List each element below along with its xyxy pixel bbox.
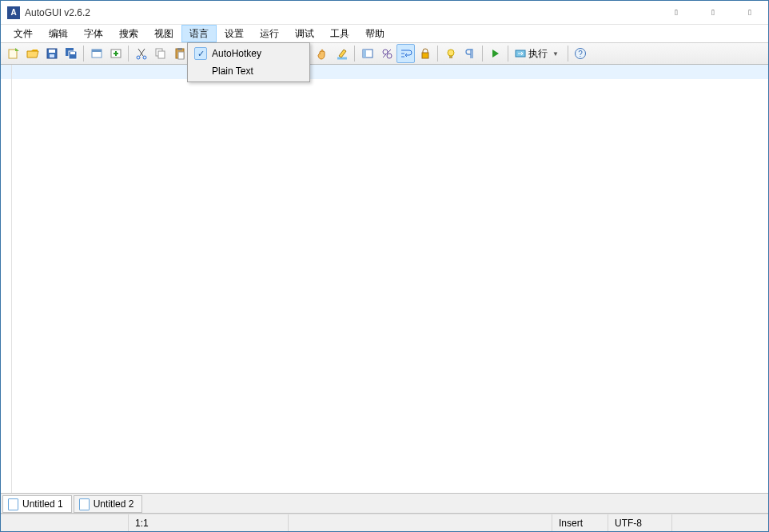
language-item-autohotkey[interactable]: AutoHotkey (189, 45, 308, 62)
status-cell-blank (1, 514, 129, 531)
panel-left-button[interactable] (358, 44, 377, 63)
minimize-button[interactable]:  (658, 1, 695, 25)
lock-button[interactable] (416, 44, 434, 63)
window-button[interactable] (87, 44, 106, 63)
svg-rect-18 (363, 50, 366, 58)
svg-text:?: ? (579, 50, 584, 58)
cut-button[interactable] (132, 44, 150, 63)
status-bar: 1:1 Insert UTF-8 (1, 514, 768, 531)
menu-language[interactable]: 语言 (181, 25, 217, 42)
page-icon (8, 498, 18, 510)
close-button[interactable]:  (731, 1, 768, 25)
menu-view[interactable]: 视图 (146, 25, 181, 42)
app-icon: A (7, 6, 20, 19)
toolbar-separator (482, 46, 483, 62)
check-icon (194, 47, 207, 60)
status-cell-end (672, 514, 768, 531)
svg-rect-21 (422, 53, 428, 58)
page-icon (79, 498, 90, 510)
maximize-button[interactable]:  (695, 1, 731, 25)
toolbar-separator (354, 46, 355, 62)
app-window: A AutoGUI v2.6.2    文件 编辑 字体 搜索 视图 语言… (0, 0, 769, 532)
svg-rect-3 (50, 54, 54, 58)
svg-rect-13 (158, 51, 165, 58)
menu-run[interactable]: 运行 (252, 25, 287, 42)
pilcrow-button[interactable] (460, 44, 479, 63)
paste-button[interactable] (170, 44, 189, 63)
bulb-icon[interactable] (441, 44, 460, 63)
status-insert-mode: Insert (552, 514, 608, 531)
menu-font[interactable]: 字体 (76, 25, 111, 42)
status-cursor-pos: 1:1 (129, 514, 289, 531)
run-alt-button[interactable]: 执行 ▼ (512, 44, 564, 63)
menu-help[interactable]: 帮助 (357, 25, 392, 42)
svg-rect-16 (178, 52, 184, 59)
toolbar: 执行 ▼ ? (1, 42, 768, 65)
doc-tab-label: Untitled 2 (94, 498, 134, 510)
window-title: AutoGUI v2.6.2 (25, 7, 90, 18)
menu-debug[interactable]: 调试 (287, 25, 322, 42)
current-line (12, 65, 768, 79)
doc-tab-1[interactable]: Untitled 1 (2, 495, 72, 513)
open-file-button[interactable] (23, 44, 42, 63)
svg-point-10 (137, 56, 140, 59)
status-encoding: UTF-8 (608, 514, 672, 531)
menu-search[interactable]: 搜索 (111, 25, 146, 42)
run-label: 执行 (527, 47, 549, 61)
svg-point-20 (387, 54, 392, 58)
language-dropdown: AutoHotkey Plain Text (187, 42, 310, 82)
svg-rect-15 (177, 48, 182, 50)
help-button[interactable]: ? (572, 44, 590, 63)
svg-rect-8 (92, 50, 102, 52)
menu-settings[interactable]: 设置 (217, 25, 252, 42)
toolbar-separator (508, 46, 508, 62)
code-editor[interactable] (12, 65, 768, 493)
menu-tools[interactable]: 工具 (322, 25, 357, 42)
symbol-button[interactable] (377, 44, 396, 63)
save-button[interactable] (42, 44, 61, 63)
chevron-down-icon[interactable]: ▼ (549, 50, 562, 58)
svg-rect-6 (70, 52, 75, 54)
status-spacer (289, 514, 552, 531)
new-file-button[interactable] (4, 44, 22, 63)
editor-gutter (1, 65, 12, 493)
toolbar-separator (568, 46, 568, 62)
toolbar-separator (83, 46, 84, 62)
dropdown-item-label: Plain Text (212, 66, 253, 77)
copy-button[interactable] (151, 44, 169, 63)
editor-area (1, 65, 768, 494)
menu-edit[interactable]: 编辑 (41, 25, 76, 42)
title-bar: A AutoGUI v2.6.2    (1, 1, 768, 25)
document-tabstrip: Untitled 1 Untitled 2 (1, 494, 768, 514)
highlight-button[interactable] (333, 44, 351, 63)
menu-bar: 文件 编辑 字体 搜索 视图 语言 设置 运行 调试 工具 帮助 (1, 25, 768, 42)
toolbar-separator (437, 46, 438, 62)
run-button[interactable] (486, 44, 504, 63)
language-item-plaintext[interactable]: Plain Text (189, 62, 308, 80)
svg-rect-23 (449, 56, 452, 58)
svg-point-11 (143, 56, 146, 59)
save-all-button[interactable] (62, 44, 80, 63)
add-button[interactable] (106, 44, 125, 63)
menu-file[interactable]: 文件 (6, 25, 41, 42)
doc-tab-label: Untitled 1 (22, 498, 63, 510)
dropdown-item-label: AutoHotkey (212, 48, 261, 59)
svg-rect-2 (49, 50, 55, 53)
svg-point-22 (448, 50, 454, 56)
doc-tab-2[interactable]: Untitled 2 (74, 495, 143, 513)
toolbar-separator (128, 46, 129, 62)
check-placeholder (194, 65, 207, 77)
wrap-button[interactable] (396, 44, 415, 63)
hand-icon[interactable] (313, 44, 332, 63)
